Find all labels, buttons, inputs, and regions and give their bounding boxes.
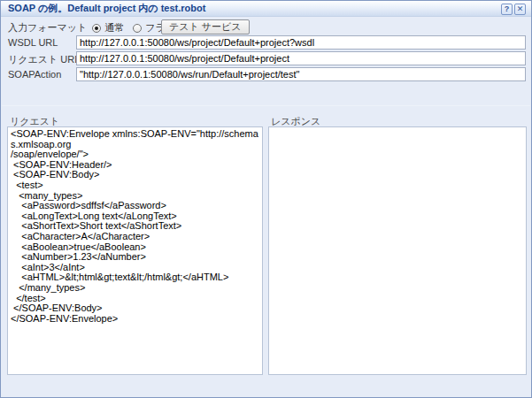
dialog-title: SOAP の例。Default project 内の test.robot [8, 2, 205, 15]
soap-test-dialog: SOAP の例。Default project 内の test.robot ? … [0, 0, 532, 398]
wsdl-url-input[interactable] [76, 35, 526, 50]
response-text-area[interactable] [268, 126, 527, 375]
close-icon[interactable]: ✕ [514, 4, 526, 15]
title-bar: SOAP の例。Default project 内の test.robot ? … [1, 1, 531, 17]
radio-normal[interactable]: 通常 [92, 21, 124, 34]
request-xml-content: <SOAP-ENV:Envelope xmlns:SOAP-ENV="http:… [8, 127, 262, 325]
request-url-label: リクエスト URL [8, 53, 80, 66]
request-url-input[interactable] [76, 51, 526, 65]
soap-action-input[interactable] [76, 67, 526, 81]
request-text-area[interactable]: <SOAP-ENV:Envelope xmlns:SOAP-ENV="http:… [7, 126, 263, 375]
radio-normal-label[interactable]: 通常 [104, 21, 124, 34]
soap-action-label: SOAPAction [8, 69, 61, 80]
section-divider [2, 105, 530, 106]
test-service-button[interactable]: テスト サービス [161, 19, 250, 34]
input-format-label: 入力フォーマット [8, 21, 87, 34]
response-content [269, 127, 526, 131]
radio-flat-circle[interactable] [133, 24, 142, 33]
wsdl-url-label: WSDL URL [8, 37, 58, 48]
help-icon[interactable]: ? [501, 4, 513, 15]
radio-normal-circle[interactable] [92, 24, 101, 33]
